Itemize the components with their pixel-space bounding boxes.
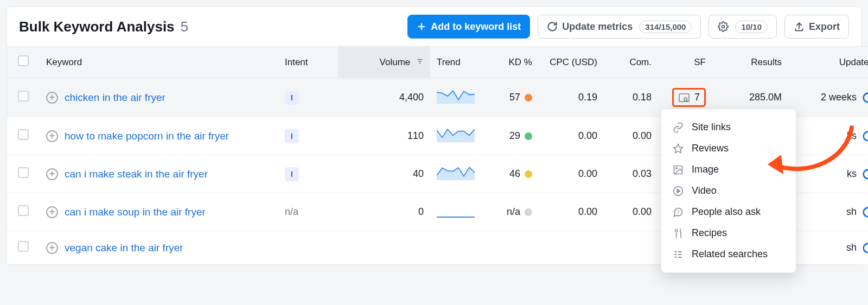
gear-icon xyxy=(718,21,729,32)
trend-cell xyxy=(430,155,484,193)
keyword-link[interactable]: how to make popcorn in the air fryer xyxy=(65,130,229,142)
col-intent[interactable]: Intent xyxy=(278,47,338,78)
play-icon xyxy=(672,186,684,196)
refresh-row-icon[interactable] xyxy=(862,206,868,218)
expand-icon[interactable]: + xyxy=(46,130,58,142)
col-cpc[interactable]: CPC (USD) xyxy=(539,47,604,78)
export-button[interactable]: Export xyxy=(784,15,849,39)
popover-item[interactable]: Related searches xyxy=(661,244,796,265)
kd-cell: n/a xyxy=(507,206,532,218)
cpc-cell: 0.19 xyxy=(539,78,604,117)
export-button-label: Export xyxy=(809,21,840,33)
svg-text:?: ? xyxy=(677,209,680,214)
col-check[interactable] xyxy=(7,47,40,78)
intent-badge[interactable]: I xyxy=(285,167,299,181)
kd-dot-icon xyxy=(525,170,532,178)
kd-cell: 57 xyxy=(509,92,532,103)
com-cell: 0.00 xyxy=(604,193,658,231)
col-keyword[interactable]: Keyword xyxy=(40,47,278,78)
cpc-cell xyxy=(539,231,604,265)
volume-cell: 40 xyxy=(338,155,430,193)
row-checkbox[interactable] xyxy=(18,241,29,252)
volume-cell: 4,400 xyxy=(338,78,430,117)
popover-item[interactable]: Video xyxy=(661,180,796,201)
keyword-link[interactable]: can i make soup in the air fryer xyxy=(65,206,206,218)
kd-cell: 29 xyxy=(509,130,532,142)
lines-icon xyxy=(672,249,684,260)
expand-icon[interactable]: + xyxy=(46,242,58,254)
popover-item[interactable]: Image xyxy=(661,159,796,180)
refresh-row-icon[interactable] xyxy=(862,168,868,180)
star-icon xyxy=(672,143,684,154)
col-trend[interactable]: Trend xyxy=(430,47,484,78)
expand-icon[interactable]: + xyxy=(46,206,58,218)
table-header-row: Keyword Intent Volume Trend KD % CPC (US… xyxy=(7,47,868,78)
kd-dot-icon xyxy=(525,132,532,140)
refresh-row-icon[interactable] xyxy=(862,92,868,104)
col-results[interactable]: Results xyxy=(712,47,788,78)
update-metrics-button[interactable]: Update metrics 314/15,000 xyxy=(538,15,701,39)
add-button-label: Add to keyword list xyxy=(431,21,521,33)
svg-marker-21 xyxy=(677,189,680,193)
expand-icon[interactable]: + xyxy=(46,92,58,104)
volume-cell: 0 xyxy=(338,193,430,231)
col-updated[interactable]: Updated xyxy=(788,47,868,78)
intent-na: n/a xyxy=(285,206,298,217)
keyword-link[interactable]: chicken in the air fryer xyxy=(65,92,165,104)
com-cell: 0.03 xyxy=(604,155,658,193)
popover-item-label: Related searches xyxy=(692,249,768,260)
popover-item-label: People also ask xyxy=(692,206,761,218)
kd-dot-icon xyxy=(525,94,532,101)
row-checkbox[interactable] xyxy=(18,129,29,140)
update-button-label: Update metrics xyxy=(562,21,633,33)
popover-item[interactable]: Recipes xyxy=(661,223,796,244)
trend-cell xyxy=(430,231,484,265)
popover-item[interactable]: ?People also ask xyxy=(661,201,796,223)
title-text: Bulk Keyword Analysis xyxy=(19,18,175,35)
popover-item-label: Site links xyxy=(692,122,731,133)
col-sf[interactable]: SF xyxy=(658,47,712,78)
row-checkbox[interactable] xyxy=(18,91,29,101)
col-kd[interactable]: KD % xyxy=(484,47,539,78)
sort-desc-icon xyxy=(416,58,424,65)
expand-icon[interactable]: + xyxy=(46,168,58,180)
row-checkbox[interactable] xyxy=(18,167,29,178)
refresh-row-icon[interactable] xyxy=(862,242,868,254)
popover-item[interactable]: Site links xyxy=(661,117,796,138)
cpc-cell: 0.00 xyxy=(539,155,604,193)
kd-dot-icon xyxy=(525,208,532,216)
updated-cell: 2 weeks xyxy=(821,92,868,104)
fork-icon xyxy=(672,228,684,239)
popover-item-label: Recipes xyxy=(692,227,727,239)
updated-cell: ks xyxy=(847,168,868,180)
updated-cell: sh xyxy=(846,206,868,218)
updated-cell: ks xyxy=(847,130,868,142)
add-to-keyword-list-button[interactable]: Add to keyword list xyxy=(407,15,530,39)
svg-point-2 xyxy=(722,26,725,28)
intent-badge[interactable]: I xyxy=(285,91,299,105)
refresh-row-icon[interactable] xyxy=(862,130,868,142)
settings-button[interactable]: 10/10 xyxy=(709,15,777,39)
popover-item-label: Video xyxy=(692,185,717,196)
svg-marker-17 xyxy=(674,144,683,152)
cpc-cell: 0.00 xyxy=(539,117,604,155)
col-volume[interactable]: Volume xyxy=(338,47,430,78)
serp-feature-icon xyxy=(678,93,690,103)
popover-item[interactable]: Reviews xyxy=(661,138,796,159)
kd-cell: 46 xyxy=(509,168,532,180)
question-icon: ? xyxy=(672,207,684,218)
intent-badge[interactable]: I xyxy=(285,129,299,143)
sf-cell-highlighted[interactable]: 7 xyxy=(672,88,706,107)
row-checkbox[interactable] xyxy=(18,205,29,216)
select-all-checkbox[interactable] xyxy=(18,55,29,66)
com-cell xyxy=(604,231,658,265)
keyword-link[interactable]: vegan cake in the air fryer xyxy=(65,242,183,254)
upload-icon xyxy=(794,21,805,32)
col-com[interactable]: Com. xyxy=(604,47,658,78)
plus-icon xyxy=(417,22,426,31)
keyword-link[interactable]: can i make steak in the air fryer xyxy=(65,168,208,180)
image-icon xyxy=(672,164,684,175)
trend-cell xyxy=(430,78,484,117)
link-icon xyxy=(672,122,684,133)
col-volume-label: Volume xyxy=(380,57,411,67)
